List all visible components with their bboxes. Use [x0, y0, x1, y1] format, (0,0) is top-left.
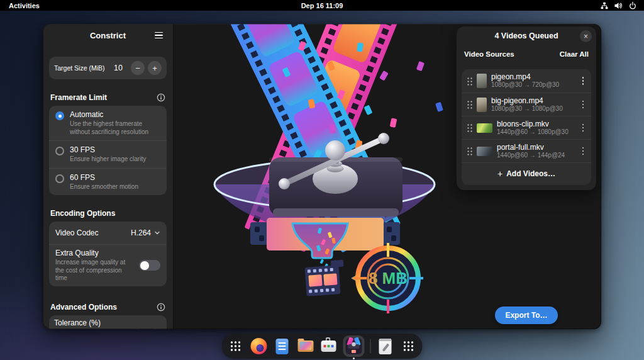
activities-button[interactable]: Activities	[9, 2, 40, 9]
video-thumbnail	[477, 74, 487, 88]
queue-title: 4 Videos Queued	[494, 31, 558, 40]
clear-all-button[interactable]: Claar All	[560, 50, 589, 58]
tolerance-row: Tolerance (%) How far end file sizes can…	[49, 315, 167, 330]
framerate-option-30fps[interactable]: 30 FPS Ensure higher image clarity	[49, 140, 167, 168]
power-icon	[629, 2, 636, 9]
video-conversion: 1440p@60 → 144p@24	[497, 152, 574, 160]
sources-row: Video Sources Claar All	[464, 50, 589, 58]
grid-dots-icon	[403, 340, 414, 352]
desktop: Activities Dep 16 11:09 Constrict	[0, 0, 644, 360]
option-desc: Use the highest framerate without sacrif…	[70, 120, 160, 136]
extra-quality-row: Extra Quality Increase image quality at …	[49, 244, 167, 286]
video-row: bloons-clip.mkv 1440p@60 → 1080p@30	[462, 116, 591, 139]
radio-icon	[55, 174, 64, 183]
kebab-menu-icon[interactable]	[579, 145, 587, 157]
video-conversion: 1440p@60 → 1080p@30	[497, 128, 574, 137]
plus-icon: +	[497, 169, 502, 179]
video-conversion: 1080p@30 → 1080p@30	[491, 105, 574, 113]
framerate-title: Framerate Limit	[50, 93, 107, 102]
grid-dots-icon	[230, 340, 242, 352]
option-name: Automatic	[70, 110, 160, 120]
briefcase-icon	[321, 340, 336, 352]
radio-selected-icon	[55, 111, 64, 120]
hamburger-menu-icon[interactable]	[152, 29, 165, 42]
video-list: pigeon.mp4 1080p@30 → 720p@30 big-pigeon…	[462, 69, 591, 185]
kebab-menu-icon[interactable]	[579, 99, 587, 110]
system-tray[interactable]	[601, 2, 636, 9]
clock[interactable]: Dep 16 11:09	[301, 2, 343, 9]
option-name: 60 FPS	[70, 173, 138, 183]
framerate-section-header: Framerate Limit	[49, 93, 167, 102]
export-button[interactable]: Export To…	[495, 307, 558, 324]
extra-quality-toggle[interactable]	[139, 260, 160, 271]
video-sources-label: Video Sources	[464, 50, 514, 58]
document-icon	[276, 339, 289, 354]
framerate-option-60fps[interactable]: 60 FPS Ensure smoother motion	[49, 168, 167, 196]
drag-handle-icon[interactable]	[467, 147, 472, 155]
dock-show-apps-icon[interactable]	[400, 337, 418, 355]
top-bar: Activities Dep 16 11:09	[0, 0, 644, 11]
network-icon	[601, 2, 608, 9]
dock-briefcase-app-icon[interactable]	[320, 337, 338, 355]
codec-value: H.264	[131, 228, 151, 237]
video-conversion: 1080p@30 → 720p@30	[491, 81, 574, 89]
close-button[interactable]: ×	[580, 30, 592, 42]
notepad-icon	[379, 339, 392, 354]
advanced-section-header: Advanced Options	[49, 303, 167, 312]
sidebar-header: Constrict	[49, 24, 167, 47]
video-thumbnail	[477, 123, 492, 133]
app-title: Constrict	[90, 31, 126, 40]
advanced-info-icon[interactable]	[157, 303, 165, 312]
dock-firefox-icon[interactable]	[250, 337, 268, 355]
target-size-value: 10	[114, 64, 123, 72]
add-videos-label: Add Videos…	[506, 169, 555, 178]
target-size-row: Target Size (MiB) 10 − +	[49, 57, 167, 79]
tolerance-label: Tolerance (%)	[54, 318, 114, 327]
running-indicator	[353, 357, 355, 359]
dock-files-icon[interactable]	[297, 337, 314, 355]
add-videos-button[interactable]: + Add Videos…	[462, 162, 591, 184]
drag-handle-icon[interactable]	[467, 100, 472, 109]
badge-text: 8 MB	[369, 269, 408, 288]
target-size-increment-button[interactable]: +	[148, 61, 162, 75]
target-size-decrement-button[interactable]: −	[131, 61, 145, 75]
video-row: big-pigeon.mp4 1080p@30 → 1080p@30	[462, 93, 591, 116]
framerate-options: Automatic Use the highest framerate with…	[49, 106, 167, 195]
radio-icon	[55, 147, 64, 155]
encoding-section-header: Encoding Options	[49, 209, 167, 218]
video-thumbnail	[477, 98, 487, 112]
video-name: big-pigeon.mp4	[491, 96, 574, 105]
framerate-info-icon[interactable]	[157, 93, 165, 102]
encoding-options: Video Codec H.264 Extra Quality Increase…	[49, 222, 167, 286]
video-codec-dropdown[interactable]: Video Codec H.264	[49, 222, 167, 244]
tolerance-desc: How far end file sizes can be below targ…	[54, 328, 108, 329]
settings-sidebar: Constrict Target Size (MiB) 10 − + Frame…	[43, 24, 174, 329]
dock-notes-app-icon[interactable]	[377, 337, 394, 355]
volume-icon	[614, 2, 623, 9]
drag-handle-icon[interactable]	[467, 77, 472, 86]
chevron-down-icon	[154, 230, 160, 236]
extra-quality-desc: Increase image quality at the cost of co…	[55, 259, 134, 283]
dock-app-grid-icon[interactable]	[227, 337, 245, 355]
option-desc: Ensure higher image clarity	[70, 155, 146, 164]
extra-quality-label: Extra Quality	[55, 249, 134, 258]
option-desc: Ensure smoother motion	[70, 183, 138, 191]
video-name: portal-full.mkv	[497, 143, 574, 152]
dock-constrict-icon[interactable]	[343, 335, 365, 357]
queue-panel-header: 4 Videos Queued ×	[457, 26, 596, 45]
target-size-label: Target Size (MiB)	[54, 64, 114, 72]
kebab-menu-icon[interactable]	[579, 122, 587, 133]
kebab-menu-icon[interactable]	[579, 76, 587, 87]
toggle-knob	[140, 261, 149, 270]
dock-text-editor-icon[interactable]	[274, 337, 291, 355]
drag-handle-icon[interactable]	[467, 123, 472, 132]
tolerance-decrement-button[interactable]: −	[131, 329, 145, 330]
video-thumbnail	[477, 147, 492, 156]
size-badge: 8 MB	[351, 243, 423, 313]
framerate-option-automatic[interactable]: Automatic Use the highest framerate with…	[49, 106, 167, 140]
encoding-title: Encoding Options	[50, 209, 115, 218]
option-name: 30 FPS	[70, 145, 146, 155]
video-name: pigeon.mp4	[491, 72, 574, 81]
video-name: bloons-clip.mkv	[497, 120, 574, 128]
tolerance-increment-button[interactable]: +	[148, 329, 162, 330]
